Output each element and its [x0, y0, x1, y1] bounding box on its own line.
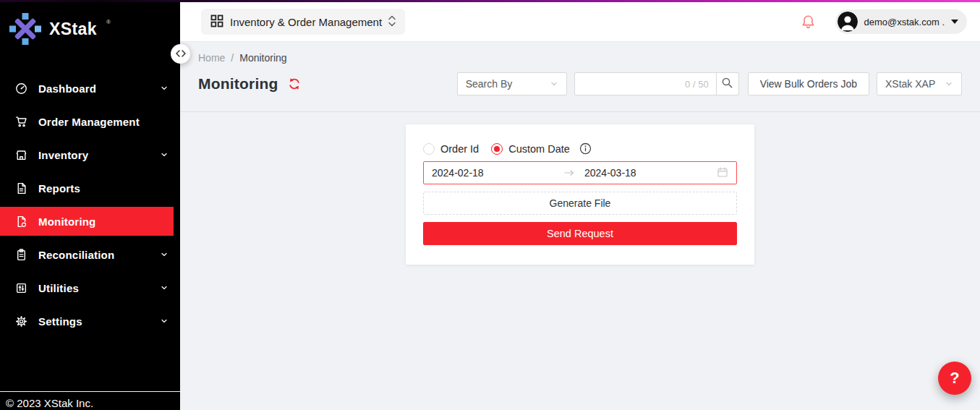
help-button[interactable]: ? — [938, 362, 971, 395]
chevron-down-icon — [945, 80, 953, 88]
clipboard-icon — [14, 248, 27, 261]
search-input[interactable] — [582, 77, 681, 90]
monitoring-icon — [14, 215, 27, 228]
range-arrow-icon — [564, 169, 574, 176]
page-header: Home / Monitoring Monitoring Search By — [180, 42, 980, 112]
date-range-picker[interactable] — [423, 161, 737, 184]
date-start-input[interactable] — [432, 167, 504, 179]
shop-icon — [14, 148, 27, 161]
user-email: demo@xstak.com . — [864, 17, 945, 27]
radio-circle-icon — [423, 143, 435, 155]
title-row: Monitoring Search By 0 / 50 — [198, 72, 962, 95]
apps-grid-icon — [210, 14, 223, 30]
chevron-down-icon — [160, 317, 169, 325]
sidebar: XStak ® Dashboard Order Management — [0, 2, 180, 410]
search-input-wrap: 0 / 50 — [574, 72, 717, 95]
view-bulk-orders-button[interactable]: View Bulk Orders Job — [748, 72, 869, 95]
radio-order-id[interactable]: Order Id — [423, 143, 479, 155]
toolbar: Search By 0 / 50 View Bulk Orders Job — [457, 72, 962, 95]
cart-icon — [14, 115, 27, 128]
breadcrumb-home[interactable]: Home — [198, 52, 225, 64]
dashboard-icon — [14, 82, 27, 95]
help-label: ? — [950, 369, 959, 388]
topbar-right: demo@xstak.com . — [801, 9, 980, 34]
radio-row: Order Id Custom Date — [423, 142, 737, 155]
sidebar-item-reports[interactable]: Reports — [0, 174, 180, 202]
sidebar-nav: Dashboard Order Management Inventory — [0, 74, 180, 336]
xstak-logo-icon — [9, 13, 41, 48]
sidebar-item-dashboard[interactable]: Dashboard — [0, 74, 180, 103]
brand-logo[interactable]: XStak ® — [0, 2, 180, 48]
gear-icon — [14, 315, 27, 328]
send-request-button[interactable]: Send Request — [423, 222, 737, 245]
notification-bell-icon[interactable] — [801, 14, 816, 30]
sidebar-footer: © 2023 XStak Inc. — [0, 391, 180, 410]
search-icon — [721, 77, 733, 91]
date-end-input[interactable] — [584, 167, 657, 179]
sidebar-item-inventory[interactable]: Inventory — [0, 140, 180, 169]
search-button[interactable] — [716, 72, 739, 95]
breadcrumb-current: Monitoring — [239, 52, 286, 64]
radio-circle-icon — [491, 143, 503, 155]
channel-select[interactable]: XStak XAP — [877, 72, 962, 95]
avatar — [838, 12, 858, 32]
sidebar-item-reconciliation[interactable]: Reconciliation — [0, 240, 180, 269]
copyright-text: © 2023 XStak Inc. — [6, 397, 93, 409]
user-menu[interactable]: demo@xstak.com . — [835, 9, 967, 34]
page-title: Monitoring — [198, 75, 278, 93]
monitoring-form-card: Order Id Custom Date Generate File — [406, 124, 754, 265]
breadcrumb-separator: / — [231, 52, 234, 64]
collapse-arrows-icon — [176, 48, 186, 59]
caret-down-icon — [951, 20, 958, 24]
radio-custom-date[interactable]: Custom Date — [491, 143, 570, 155]
trademark-symbol: ® — [106, 19, 111, 25]
sidebar-collapse-toggle[interactable] — [171, 44, 190, 64]
calendar-icon — [717, 166, 728, 180]
updown-caret-icon — [388, 15, 396, 29]
chevron-down-icon — [550, 80, 558, 88]
brand-name: XStak — [49, 20, 97, 39]
sidebar-item-order-management[interactable]: Order Management — [0, 107, 180, 136]
sidebar-item-monitoring[interactable]: Monitoring — [0, 207, 174, 236]
workspace-label: Inventory & Order Management — [230, 16, 382, 28]
breadcrumb: Home / Monitoring — [198, 52, 980, 64]
topbar: Inventory & Order Management demo@xstak.… — [180, 2, 980, 42]
chevron-down-icon — [160, 84, 169, 93]
chevron-down-icon — [160, 150, 169, 159]
chevron-down-icon — [160, 283, 169, 292]
sidebar-item-utilities[interactable]: Utilities — [0, 273, 180, 302]
search-counter: 0 / 50 — [685, 79, 709, 90]
generate-file-button[interactable]: Generate File — [423, 192, 737, 215]
refresh-icon[interactable] — [288, 77, 301, 90]
search-by-select[interactable]: Search By — [457, 72, 567, 95]
workspace-switcher[interactable]: Inventory & Order Management — [201, 9, 405, 35]
search-group: 0 / 50 — [574, 72, 739, 95]
sliders-icon — [14, 281, 27, 294]
chevron-down-icon — [160, 250, 169, 259]
report-icon — [14, 181, 27, 195]
sidebar-item-settings[interactable]: Settings — [0, 307, 180, 336]
info-icon[interactable] — [579, 142, 592, 155]
